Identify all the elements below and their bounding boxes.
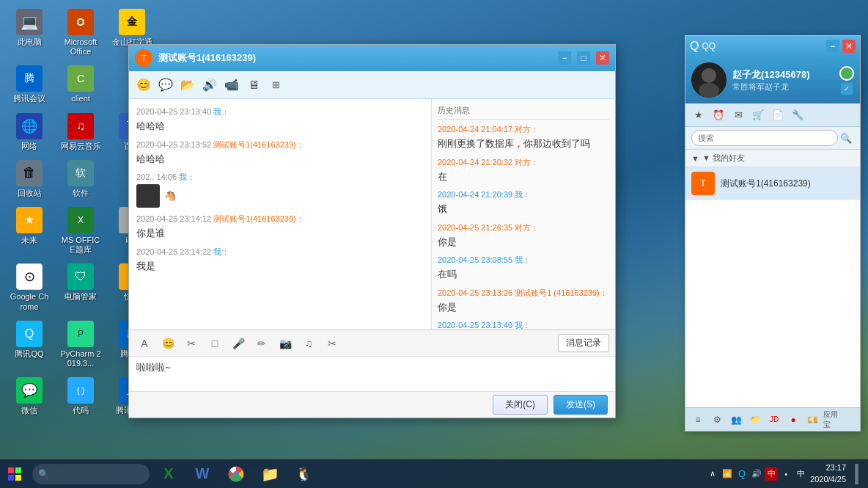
font-button[interactable]: A: [135, 334, 154, 353]
taskbar-chrome[interactable]: [220, 459, 252, 489]
chat-bottom-bar: 关闭(C) 发送(S): [129, 391, 615, 418]
tray-dot1[interactable]: •: [779, 467, 792, 481]
qq-panel-titlebar: Q QQ − ✕: [685, 36, 860, 57]
desktop-icon-msoffice[interactable]: O Microsoft Office: [57, 6, 104, 59]
qq-bottom-menu[interactable]: ≡: [690, 412, 706, 428]
edit-button[interactable]: ✏: [252, 334, 271, 353]
desktop-icon-msoffice-db[interactable]: X MS OFFICE题库: [57, 204, 104, 258]
emoji-button[interactable]: 😊: [158, 334, 177, 353]
tray-network[interactable]: 📶: [721, 467, 734, 481]
svg-point-2: [699, 83, 719, 98]
qq-group-myfriend[interactable]: ▼ ▼ 我的好友: [685, 150, 860, 167]
qq-contact-test1[interactable]: T 测试账号1(416163239): [685, 167, 860, 200]
close-chat-button[interactable]: 关闭(C): [493, 395, 548, 415]
desktop-icon-recycle[interactable]: 🗑 回收站: [6, 157, 53, 201]
message-item: 202.. 14:06 我： 🐴: [136, 172, 424, 208]
qq-toolbar-more[interactable]: 🔧: [789, 106, 806, 124]
qq-bottom-app2[interactable]: 应用宝: [823, 412, 839, 428]
taskbar-word[interactable]: W: [186, 459, 218, 489]
taskbar-excel[interactable]: X: [152, 459, 185, 489]
qq-minimize-button[interactable]: −: [826, 40, 839, 53]
show-desktop-button[interactable]: [846, 459, 868, 489]
toolbar-icon-face[interactable]: 😊: [133, 75, 154, 95]
qq-profile-area: 赵子龙(12345678) 常胜将军赵子龙 ✓: [685, 57, 860, 103]
desktop-icon-pycharm[interactable]: P PyCharm 2019.3...: [57, 318, 104, 371]
tray-ime[interactable]: 中: [765, 467, 778, 481]
message-item: 2020-04-25 23:13:40 我： 哈哈哈: [136, 106, 424, 134]
contact-avatar-test1: T: [691, 172, 715, 195]
cut-button[interactable]: ✂: [323, 334, 342, 353]
tray-input[interactable]: 中: [794, 467, 807, 481]
message-item: 2020-04-25 23:13:52 测试账号1(416163239)： 哈哈…: [136, 139, 424, 167]
desktop-icon-pc[interactable]: 💻 此电脑: [6, 6, 53, 59]
chat-input[interactable]: 啦啦啦~: [129, 357, 615, 391]
qq-toolbar-clock[interactable]: ⏰: [710, 106, 727, 124]
chat-messages-panel[interactable]: 2020-04-25 23:13:40 我： 哈哈哈 2020-04-25 23…: [129, 99, 432, 329]
scissors-button[interactable]: ✂: [182, 334, 201, 353]
desktop-icon-code[interactable]: { } 代码: [57, 374, 104, 418]
qq-profile-info: 赵子龙(12345678) 常胜将军赵子龙: [732, 68, 834, 92]
qq-toolbar-mail[interactable]: ✉: [729, 106, 747, 124]
tray-volume[interactable]: 🔊: [750, 467, 763, 481]
history-item: 2020-04-24 21:04:17 对方： 刚刚更换了数据库，你那边收到了吗: [438, 124, 609, 151]
toolbar-icon-remote[interactable]: 🖥: [243, 75, 264, 95]
desktop-icon-tencent-meet[interactable]: 腾 腾讯会议: [6, 62, 53, 106]
qq-bottom-jd[interactable]: JD: [766, 412, 782, 428]
qq-search-input[interactable]: [691, 130, 838, 146]
tray-arrow[interactable]: ∧: [706, 467, 719, 481]
desktop-icon-network[interactable]: 🌐 网络: [6, 110, 53, 154]
chat-input-area: A 😊 ✂ □ 🎤 ✏ 📷 ♫ ✂ 消息记录 啦啦啦~ 关闭(C) 发送(S): [129, 329, 615, 418]
maximize-button[interactable]: □: [577, 51, 590, 65]
toolbar-icon-file[interactable]: 📂: [177, 75, 198, 95]
tray-qq[interactable]: Q: [735, 467, 749, 481]
history-item: 2020-04-25 23:08:55 我： 在吗: [438, 255, 609, 282]
qq-toolbar-file[interactable]: 📄: [769, 106, 787, 124]
desktop-icon-client[interactable]: C client: [57, 62, 104, 106]
toolbar-icon-video[interactable]: 📹: [221, 75, 242, 95]
music-button[interactable]: ♫: [299, 334, 318, 353]
qq-search-button[interactable]: 🔍: [838, 130, 854, 146]
chat-title: 测试账号1(416163239): [158, 51, 552, 65]
clock-time: 23:17: [810, 462, 846, 473]
close-button[interactable]: ✕: [596, 51, 609, 65]
qq-bottom-settings[interactable]: ⚙: [709, 412, 725, 428]
desktop-icon-future[interactable]: ★ 未来: [6, 204, 53, 258]
qq-status: 常胜将军赵子龙: [732, 81, 834, 92]
qq-bottom-files[interactable]: 📁: [747, 412, 763, 428]
voice-button[interactable]: 🎤: [229, 334, 248, 353]
toolbar-icon-app[interactable]: ⊞: [265, 75, 286, 95]
svg-rect-3: [8, 467, 14, 473]
send-button[interactable]: 发送(S): [553, 395, 608, 415]
screenshot-button[interactable]: □: [205, 334, 224, 353]
toolbar-icon-voice[interactable]: 🔊: [199, 75, 220, 95]
input-toolbar: A 😊 ✂ □ 🎤 ✏ 📷 ♫ ✂ 消息记录: [129, 330, 615, 357]
qq-panel-title: QQ: [702, 41, 823, 51]
photo-button[interactable]: 📷: [276, 334, 295, 353]
qq-bottom-app[interactable]: 💴: [804, 412, 820, 428]
taskbar-qq-chat[interactable]: 🐧: [287, 459, 320, 489]
minimize-button[interactable]: −: [558, 51, 571, 65]
taskbar-time-display[interactable]: 23:17 2020/4/25: [810, 462, 846, 485]
chat-area: 2020-04-25 23:13:40 我： 哈哈哈 2020-04-25 23…: [129, 99, 615, 329]
qq-toolbar-star[interactable]: ★: [690, 106, 707, 124]
svg-point-1: [702, 68, 716, 83]
qq-close-button[interactable]: ✕: [842, 40, 856, 53]
taskbar-search[interactable]: 🔍: [32, 464, 150, 484]
desktop-icon-google-chrome[interactable]: ⊙ Google Chrome: [6, 261, 53, 314]
desktop-icon-wechat[interactable]: 💬 微信: [6, 374, 53, 418]
taskbar-file-manager[interactable]: 📁: [254, 459, 286, 489]
toolbar-icon-chat[interactable]: 💬: [155, 75, 176, 95]
clock-date: 2020/4/25: [810, 474, 846, 485]
qq-bottom-contacts[interactable]: 👥: [728, 412, 744, 428]
taskbar: 🔍 X W 📁: [0, 459, 868, 488]
desktop-icon-music[interactable]: ♫ 网易云音乐: [57, 110, 104, 154]
qq-bottom-red[interactable]: ●: [785, 412, 801, 428]
chat-history-panel[interactable]: 历史消息 2020-04-24 21:04:17 对方： 刚刚更换了数据库，你那…: [432, 99, 615, 329]
svg-rect-4: [15, 467, 21, 473]
desktop-icon-software[interactable]: 软 软件: [57, 157, 104, 201]
start-button[interactable]: [0, 459, 29, 489]
qq-toolbar-shop[interactable]: 🛒: [749, 106, 767, 124]
desktop-icon-pcmanager[interactable]: 🛡 电脑管家: [57, 261, 104, 314]
msg-record-button[interactable]: 消息记录: [558, 334, 609, 352]
desktop-icon-qq[interactable]: Q 腾讯QQ: [6, 318, 53, 371]
